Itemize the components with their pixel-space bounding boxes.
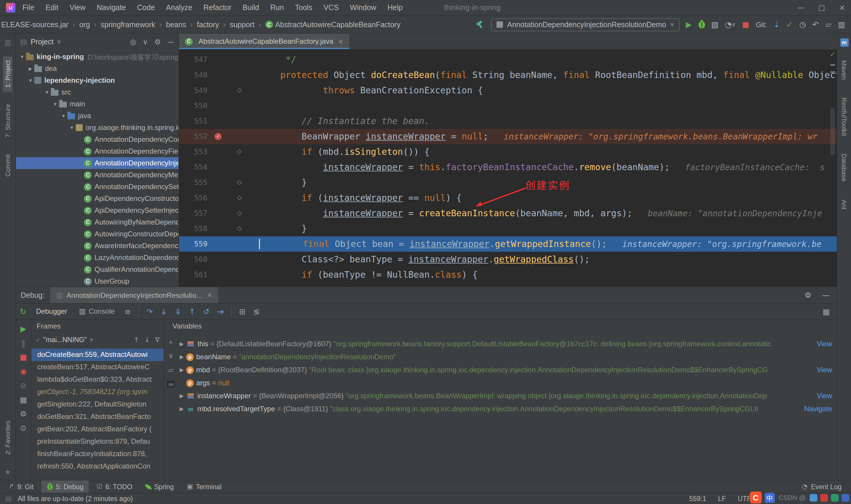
minimize-button[interactable]: — — [797, 3, 804, 12]
breadcrumb-item[interactable]: CAbstractAutowireCapableBeanFactory — [265, 20, 400, 29]
breadcrumb-item[interactable]: ELEASE-sources.jar — [1, 20, 69, 29]
tool-windows-icon[interactable]: ▥ — [4, 38, 11, 47]
status-toggle-icon[interactable]: ▤ — [5, 494, 12, 503]
stop-button[interactable]: ■ — [742, 20, 749, 29]
gear-icon[interactable]: ⚙ — [154, 37, 161, 46]
resume-icon[interactable]: ▶ — [17, 324, 29, 333]
stack-frame[interactable]: finishBeanFactoryInitialization:878, — [31, 448, 164, 460]
project-tree-item[interactable]: ▼main — [16, 98, 179, 110]
debug-button[interactable] — [698, 21, 705, 28]
tool-strip-restfultoolkit[interactable]: RestfulToolkit — [839, 93, 849, 140]
tree-expand-icon[interactable]: ▼ — [51, 101, 59, 107]
step-out-icon[interactable]: ↑ — [185, 307, 199, 316]
trace-icon[interactable]: ≶ — [249, 307, 264, 316]
tool-strip-commit[interactable]: Commit — [3, 150, 13, 181]
variable-row[interactable]: pargs = null — [177, 376, 837, 389]
project-tree-item[interactable]: CAnnotationDependencyInjection — [16, 157, 179, 169]
project-tree-item[interactable]: CAwareInterfaceDependencyInjec — [16, 240, 179, 252]
breadcrumb-item[interactable]: factory — [197, 20, 219, 29]
tool-tab-spring[interactable]: Spring — [140, 480, 179, 493]
project-tree-item[interactable]: CApiDependencySetterInjectionD — [16, 204, 179, 216]
tool-strip-maven[interactable]: Maven — [839, 56, 849, 84]
build-hammer-icon[interactable] — [476, 20, 485, 29]
menu-analyze[interactable]: Analyze — [166, 3, 192, 12]
tool-strip-1-project[interactable]: 1: Project — [3, 56, 13, 92]
tab-debugger[interactable]: Debugger — [30, 304, 73, 319]
expand-icon[interactable]: ▶ — [177, 393, 186, 399]
code-line-551[interactable]: 551 // Instantiate the bean. — [179, 113, 837, 129]
git-history-button[interactable]: ◷ — [799, 20, 806, 29]
project-tree-item[interactable]: CApiDependencyConstructorInjec — [16, 193, 179, 204]
drop-frame-icon[interactable]: ↺ — [199, 307, 213, 316]
tool-tab-6-todo[interactable]: ☑6: TODO — [91, 480, 138, 493]
menu-view[interactable]: View — [69, 3, 85, 12]
tree-expand-icon[interactable]: ▼ — [60, 113, 67, 119]
variable-row[interactable]: ▶∞mbd.resolvedTargetType = {Class@1911} … — [177, 402, 837, 415]
menu-code[interactable]: Code — [137, 3, 155, 12]
coverage-button[interactable]: ▧ — [711, 20, 719, 29]
menu-tools[interactable]: Tools — [295, 3, 312, 12]
tool-tab-9-git[interactable]: ↱9: Git — [3, 480, 39, 493]
expand-icon[interactable]: ▶ — [177, 406, 186, 412]
maven-icon[interactable]: m — [840, 38, 848, 47]
git-diff-button[interactable]: ▱ — [825, 20, 831, 29]
tool-strip-database[interactable]: Database — [839, 150, 849, 186]
code-line-561[interactable]: 561 if (beanType != NullBean.class) { — [179, 267, 837, 283]
expand-icon[interactable]: ▶ — [177, 367, 186, 373]
menu-help[interactable]: Help — [387, 3, 402, 12]
project-tree-item[interactable]: CLazyAnnotationDependencyInjec — [16, 252, 179, 264]
copy-icon[interactable]: ▱ — [168, 366, 174, 374]
code-line-554[interactable]: 554 instanceWrapper = this.factoryBeanIn… — [179, 160, 837, 175]
step-over-icon[interactable]: ↷ — [142, 307, 157, 316]
stack-frame[interactable]: getObject:-1, 758348212 (org.sprin — [31, 386, 164, 398]
error-stripe[interactable]: ✓ — [829, 50, 837, 287]
hide-frames-filter-icon[interactable]: ∇ — [155, 336, 160, 344]
collapse-all-button[interactable]: ∨ — [143, 37, 148, 46]
profiler-button[interactable]: ◔▾ — [725, 20, 736, 29]
git-update-button[interactable]: ⇣ — [773, 20, 780, 29]
project-tree-item[interactable]: ▼lependency-injection — [16, 74, 179, 86]
stack-frame[interactable]: getSingleton:222, DefaultSingleton — [31, 398, 164, 411]
stack-frame[interactable]: createBean:517, AbstractAutowireC — [31, 361, 164, 374]
collapse-icon[interactable]: ∨ — [168, 352, 173, 360]
stack-frame[interactable]: getBean:202, AbstractBeanFactory ( — [31, 423, 164, 435]
code-line-559[interactable]: 559 final Object bean = instanceWrapper.… — [179, 236, 837, 252]
variable-view-link[interactable]: View — [817, 340, 832, 348]
stack-frame[interactable]: refresh:550, AbstractApplicationCon — [31, 460, 164, 473]
breadcrumb-item[interactable]: org — [79, 20, 90, 29]
variable-navigate-link[interactable]: Navigate — [804, 405, 832, 413]
show-watches-icon[interactable]: ∞ — [167, 380, 175, 388]
tree-expand-icon[interactable]: ▼ — [68, 125, 76, 130]
menu-edit[interactable]: Edit — [46, 3, 58, 12]
project-tree-item[interactable]: CAutowiringByNameDependencyS — [16, 216, 179, 228]
view-breakpoints-icon[interactable]: ◉ — [17, 367, 29, 376]
debug-settings-icon[interactable]: ⚙ — [804, 291, 811, 300]
run-to-cursor-icon[interactable]: ⇥ — [213, 307, 228, 316]
tree-expand-icon[interactable]: ▼ — [43, 90, 51, 95]
variable-view-link[interactable]: View — [817, 366, 832, 374]
restore-layout-icon[interactable]: ▦ — [819, 307, 833, 316]
close-button[interactable]: × — [839, 3, 845, 12]
project-tree-item[interactable]: ▼java — [16, 110, 179, 122]
breadcrumb-item[interactable]: beans — [166, 20, 186, 29]
project-tree-item[interactable]: CAnnotationDependencySetterInj — [16, 181, 179, 193]
next-frame-icon[interactable]: ↓ — [144, 336, 150, 344]
tool-tab-terminal[interactable]: ▣Terminal — [181, 480, 227, 493]
previous-frame-icon[interactable]: ↑ — [133, 336, 139, 344]
menu-window[interactable]: Window — [350, 3, 376, 12]
expand-icon[interactable]: ▶ — [177, 341, 186, 347]
pause-icon[interactable]: ‖ — [17, 339, 29, 347]
variable-row[interactable]: ▶this = {DefaultListableBeanFactory@1607… — [177, 337, 837, 350]
hide-debug-panel-button[interactable]: — — [822, 291, 830, 300]
close-tab-icon[interactable]: × — [338, 37, 343, 45]
debug-session-tab[interactable]: ▥ AnnotationDependencyInjectionResolutio… — [51, 287, 218, 303]
pin-icon[interactable]: ⊙ — [17, 424, 29, 432]
mute-breakpoints-icon[interactable]: ⊘ — [17, 381, 29, 390]
expand-icon[interactable]: ▶ — [177, 354, 186, 360]
presentation-button[interactable]: ▥ — [838, 20, 845, 29]
chevron-down-icon[interactable]: ▾ — [57, 37, 61, 46]
project-tree-item[interactable]: ▼src — [16, 86, 179, 98]
code-line-552[interactable]: 552✓ BeanWrapper instanceWrapper = null;… — [179, 129, 837, 144]
menu-navigate[interactable]: Navigate — [97, 3, 126, 12]
tool-tab-5-debug[interactable]: 5: Debug — [41, 480, 89, 493]
